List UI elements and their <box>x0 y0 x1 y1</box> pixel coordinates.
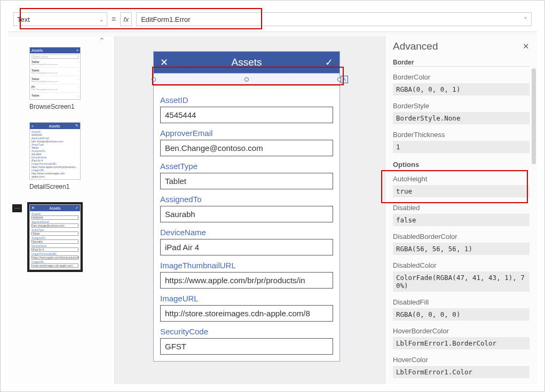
thumb-label: DetailScreen1 <box>29 183 114 190</box>
field-input: Tablet <box>31 231 78 236</box>
scrollbar-thumb[interactable] <box>532 68 536 164</box>
prop-name: HoverColor <box>393 356 530 364</box>
field-input: Saurabh <box>31 239 78 244</box>
field-label: AssignedTo <box>160 195 333 204</box>
prop-value[interactable]: ColorFade(RGBA(47, 41, 43, 1), 70%) <box>393 271 530 292</box>
field-value: http://store.storeimages.cdn-apple.com/.… <box>31 172 78 178</box>
field-input[interactable] <box>160 206 333 222</box>
equals-sign: = <box>112 15 116 23</box>
field-input: ben.change@contoso.com <box>31 223 78 228</box>
thumb-title: Assets <box>49 206 60 210</box>
field-input[interactable] <box>160 272 333 289</box>
app-header: ✕ Assets ✓ <box>154 52 339 73</box>
close-icon[interactable]: ✕ <box>160 57 168 68</box>
chevron-down-icon: ˅ <box>524 17 527 22</box>
more-icon[interactable]: ⋯ <box>12 204 22 212</box>
fx-label: fx <box>123 15 129 23</box>
field-label: DeviceName <box>160 228 333 237</box>
prop-name: DisabledFill <box>393 298 530 306</box>
prop-value[interactable]: RGBA(0, 0, 0, 0) <box>393 308 530 321</box>
thumb-browse[interactable]: Assets + Search items Tablet› Ben.Change… <box>29 47 81 100</box>
advanced-group: Border <box>393 58 530 67</box>
prop-name: AutoHeight <box>393 175 530 183</box>
prop-value-autoheight[interactable]: true <box>393 185 530 197</box>
close-icon[interactable]: ✕ <box>523 42 530 51</box>
property-selector-value: Text <box>17 15 30 23</box>
close-icon: ✕ <box>31 206 35 210</box>
field-label: AssetID <box>160 95 333 105</box>
fx-button[interactable]: fx <box>120 12 132 26</box>
formula-input[interactable]: EditForm1.Error ˅ <box>136 12 532 26</box>
field-label: SecurityCode <box>160 327 333 336</box>
prop-name: Disabled <box>393 204 530 212</box>
field-input: https://www.apple.com/br/pr/products/in <box>31 255 78 260</box>
formula-bar: Text ⌄ = fx EditForm1.Error ˅ <box>8 7 537 32</box>
canvas[interactable]: ✕ Assets ✓ A AssetID ApproverEmail Asset… <box>115 36 385 384</box>
list-item: PC› Ben.Change@contoso.com <box>31 84 78 92</box>
thumb-title: Assets <box>31 49 43 52</box>
advanced-panel: Advanced ✕ Border BorderColor RGBA(0, 0,… <box>385 36 537 384</box>
prop-value[interactable]: 1 <box>393 141 530 153</box>
list-item: Tablet› <box>31 92 78 98</box>
back-icon: < <box>31 124 34 128</box>
prop-value[interactable]: LblFormError1.BorderColor <box>393 337 530 349</box>
form-body: AssetID ApproverEmail AssetType Assigned… <box>154 86 339 361</box>
prop-name: BorderThickness <box>393 131 530 139</box>
advanced-title: Advanced <box>393 41 438 52</box>
check-icon[interactable]: ✓ <box>325 57 333 68</box>
screens-panel: ⌃ Assets + Search items Tablet› Ben.Chan… <box>8 36 115 384</box>
thumb-detail[interactable]: < Assets ✎ AssetID 4545444ApproverEmail … <box>29 122 81 180</box>
prop-value[interactable]: LblFormError1.Color <box>393 366 530 378</box>
field-input[interactable] <box>160 140 333 156</box>
prop-value[interactable]: BorderStyle.None <box>393 112 530 124</box>
field-input[interactable] <box>160 173 333 189</box>
field-input: 4545444 <box>31 215 78 220</box>
thumb-edit-selected[interactable]: ⋯ ✕ Assets ✓ AssetID 4545444ApproverEmai… <box>27 202 83 272</box>
property-selector[interactable]: Text ⌄ <box>13 12 107 26</box>
field-label: ImageURL <box>160 294 333 303</box>
list-item: Tablet› Ben.Change@contoso.com <box>31 67 78 76</box>
field-input[interactable] <box>160 338 333 355</box>
app-title: Assets <box>168 57 325 68</box>
prop-value[interactable]: false <box>393 214 530 226</box>
advanced-group: Options <box>393 161 530 169</box>
selected-error-label[interactable]: A <box>154 73 339 86</box>
list-item: Tablet› Ben.Change@contoso.com <box>31 76 78 84</box>
field-input[interactable] <box>160 107 333 123</box>
prop-name: DisabledBorderColor <box>393 233 530 241</box>
prop-name: HoverBorderColor <box>393 327 530 335</box>
plus-icon: + <box>76 49 78 52</box>
edit-icon: ✎ <box>75 124 78 128</box>
thumb-title: Assets <box>49 124 60 128</box>
field-input[interactable] <box>160 239 333 255</box>
prop-name: DisabledColor <box>393 261 530 269</box>
prop-name: BorderStyle <box>393 102 530 110</box>
prop-value[interactable]: RGBA(0, 0, 0, 1) <box>393 83 530 95</box>
field-label: AssetType <box>160 162 333 171</box>
panel-grip-icon[interactable]: ⌃ <box>99 36 105 45</box>
field-label: ApproverEmail <box>160 129 333 138</box>
thumb-label: BrowseScreen1 <box>29 103 114 110</box>
resize-handle-icon[interactable] <box>244 77 249 82</box>
prop-value[interactable]: RGBA(56, 56, 56, 1) <box>393 243 530 255</box>
field-input: iPad Air 4 <box>31 247 78 252</box>
resize-handle-icon[interactable] <box>152 77 156 82</box>
chevron-down-icon: ⌄ <box>99 17 104 22</box>
formula-value: EditForm1.Error <box>141 15 190 23</box>
field-input: store.storeimages.cdn-apple.com/... <box>31 263 78 268</box>
list-item: Tablet› Ben.Change@contoso.com <box>31 59 78 67</box>
phone-preview: ✕ Assets ✓ A AssetID ApproverEmail Asset… <box>153 51 340 362</box>
field-input[interactable] <box>160 305 333 322</box>
check-icon: ✓ <box>75 206 78 210</box>
field-label: ImageThumbnailURL <box>160 261 333 270</box>
editor-frame: Text ⌄ = fx EditForm1.Error ˅ ⌃ Assets +… <box>8 7 537 384</box>
text-badge-icon: A <box>341 76 348 83</box>
advanced-scroll[interactable]: Border BorderColor RGBA(0, 0, 0, 1)Borde… <box>385 58 537 384</box>
workspace: ⌃ Assets + Search items Tablet› Ben.Chan… <box>8 36 537 384</box>
prop-name: BorderColor <box>393 73 530 81</box>
